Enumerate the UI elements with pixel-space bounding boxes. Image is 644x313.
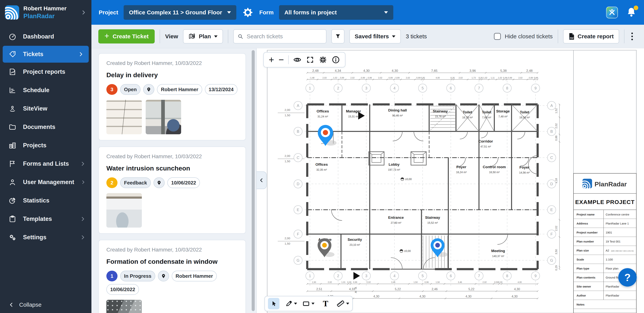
draw-pen-tool[interactable] bbox=[285, 300, 297, 308]
svg-text:0,30: 0,30 bbox=[450, 77, 455, 79]
svg-text:Address: Address bbox=[576, 222, 588, 225]
form-select-value: All forms in project bbox=[284, 9, 337, 16]
sidebar-item-templates[interactable]: Templates bbox=[0, 210, 92, 228]
svg-text:4,30: 4,30 bbox=[466, 295, 472, 298]
sidebar-item-siteview[interactable]: SiteView bbox=[0, 99, 92, 118]
folder-icon bbox=[8, 123, 16, 131]
svg-text:4,30: 4,30 bbox=[392, 69, 398, 73]
collapse-ticket-panel-tab[interactable] bbox=[257, 171, 266, 189]
room-label: Foyer bbox=[520, 165, 530, 169]
sidebar-collapse-button[interactable]: Collapse bbox=[8, 302, 42, 308]
help-button[interactable]: ? bbox=[618, 268, 637, 287]
svg-text:4,34: 4,34 bbox=[335, 69, 341, 73]
planradar-connect-app-icon[interactable] bbox=[606, 6, 618, 18]
tickets-toolbar: + Create Ticket View Plan bbox=[92, 25, 644, 48]
ticket-photo-water[interactable] bbox=[106, 193, 142, 228]
ticket-photo-brick[interactable] bbox=[106, 100, 142, 134]
buildings-icon bbox=[8, 141, 16, 149]
project-settings-gear-icon[interactable] bbox=[243, 7, 253, 17]
sidebar-item-dashboard[interactable]: Dashboard bbox=[0, 27, 92, 46]
svg-text:Conference centre: Conference centre bbox=[606, 213, 629, 216]
svg-text:197,73 m²: 197,73 m² bbox=[388, 168, 400, 171]
ticket-card[interactable]: Created by Robert Hammer, 10/03/2022Dela… bbox=[98, 53, 246, 140]
svg-text:3,96: 3,96 bbox=[470, 69, 476, 73]
info-button[interactable] bbox=[332, 55, 340, 64]
sidebar-item-projects[interactable]: Projects bbox=[0, 136, 92, 155]
ticket-title: Delay in delivery bbox=[106, 71, 238, 79]
project-select[interactable]: Office Complex 11 > Ground Floor bbox=[124, 5, 236, 20]
location-pin-icon bbox=[156, 180, 162, 185]
ticket-photo-window[interactable] bbox=[146, 100, 181, 134]
saved-filters-select[interactable]: Saved filters bbox=[350, 29, 401, 43]
measure-ruler-tool[interactable] bbox=[336, 300, 349, 308]
select-cursor-tool[interactable] bbox=[268, 298, 280, 309]
sidebar-item-label: Statistics bbox=[23, 197, 86, 204]
ticket-photo-condense[interactable] bbox=[106, 300, 142, 313]
svg-text:C: C bbox=[550, 156, 553, 160]
priority-badge: 2 bbox=[106, 177, 118, 188]
shape-rectangle-tool[interactable] bbox=[302, 300, 314, 308]
ticket-list-scrollbar[interactable] bbox=[252, 50, 255, 311]
svg-text:5,22: 5,22 bbox=[468, 288, 474, 291]
svg-text:D: D bbox=[297, 182, 300, 186]
pdf-file-icon: PDF bbox=[568, 33, 574, 40]
ticket-card[interactable]: Created by Robert Hammer, 10/03/2022Form… bbox=[98, 240, 246, 313]
svg-text:9: 9 bbox=[534, 274, 536, 278]
create-ticket-button[interactable]: + Create Ticket bbox=[98, 29, 155, 43]
room-label: Entrance bbox=[388, 216, 404, 220]
svg-text:0,99: 0,99 bbox=[353, 281, 357, 283]
svg-text:±0,00: ±0,00 bbox=[404, 249, 411, 253]
sidebar-item-statistics[interactable]: Statistics bbox=[0, 191, 92, 210]
sidebar-item-project-reports[interactable]: Project reports bbox=[0, 63, 92, 81]
chevron-right-icon bbox=[80, 216, 86, 222]
sidebar-item-documents[interactable]: Documents bbox=[0, 118, 92, 136]
svg-text:2,03: 2,03 bbox=[322, 77, 326, 79]
create-report-label: Create report bbox=[578, 33, 614, 40]
filter-button[interactable] bbox=[332, 29, 344, 43]
room-label: Offices bbox=[316, 162, 328, 166]
svg-text:4,30: 4,30 bbox=[373, 295, 379, 298]
sidebar-item-label: Schedule bbox=[23, 87, 86, 94]
svg-text:A2: A2 bbox=[606, 249, 609, 252]
siteview-icon bbox=[8, 105, 16, 113]
tag-icon bbox=[8, 50, 16, 58]
more-options-kebab-icon[interactable] bbox=[630, 31, 635, 42]
form-select[interactable]: All forms in project bbox=[279, 5, 393, 20]
svg-text:0,30: 0,30 bbox=[478, 77, 482, 79]
svg-text:2,48: 2,48 bbox=[526, 69, 533, 73]
sidebar-item-label: Templates bbox=[23, 216, 74, 222]
view-mode-select[interactable]: Plan bbox=[183, 29, 223, 43]
sidebar-item-settings[interactable]: Settings bbox=[0, 228, 92, 247]
svg-text:2,48: 2,48 bbox=[312, 69, 318, 73]
zoom-in-button[interactable]: + bbox=[269, 55, 274, 64]
status-badge: In Progress bbox=[120, 271, 155, 281]
floor-plan[interactable]: 2,484,344,304,307,653,965,382,481,482,03… bbox=[257, 48, 644, 313]
sidebar-item-schedule[interactable]: Schedule bbox=[0, 81, 92, 99]
svg-text:Notes: Notes bbox=[576, 303, 584, 306]
sidebar-item-tickets[interactable]: Tickets bbox=[3, 46, 89, 63]
divider bbox=[558, 29, 558, 43]
create-report-button[interactable]: PDF Create report bbox=[563, 29, 619, 43]
view-label: View bbox=[165, 33, 178, 40]
zoom-out-button[interactable]: − bbox=[278, 55, 284, 64]
sidebar-item-forms-and-lists[interactable]: Forms and Lists bbox=[0, 155, 92, 173]
hide-closed-toggle[interactable]: Hide closed tickets bbox=[494, 33, 552, 40]
room-label: Control room bbox=[483, 165, 506, 169]
visibility-eye-button[interactable] bbox=[293, 55, 302, 64]
ticket-card[interactable]: Created by Robert Hammer, 10/03/2022Wate… bbox=[98, 147, 246, 234]
chevron-right-icon bbox=[81, 179, 86, 185]
fullscreen-button[interactable] bbox=[306, 55, 314, 64]
text-tool[interactable]: T bbox=[320, 298, 332, 309]
search-input[interactable] bbox=[246, 33, 322, 40]
room-label: Dining hall bbox=[388, 108, 407, 112]
svg-text:140,37 m²: 140,37 m² bbox=[492, 255, 504, 258]
profile-header[interactable]: Robert Hammer PlanRadar bbox=[0, 0, 92, 25]
project-label: Project bbox=[99, 9, 118, 16]
user-name: Robert Hammer bbox=[24, 5, 76, 12]
sidebar-item-label: Projects bbox=[23, 142, 86, 149]
notifications-bell-icon[interactable] bbox=[626, 7, 636, 18]
sidebar-item-user-management[interactable]: User Management bbox=[0, 173, 92, 191]
checkbox[interactable] bbox=[494, 33, 501, 40]
fit-to-screen-button[interactable] bbox=[319, 55, 327, 64]
tickets-count: 3 tickets bbox=[406, 33, 427, 40]
